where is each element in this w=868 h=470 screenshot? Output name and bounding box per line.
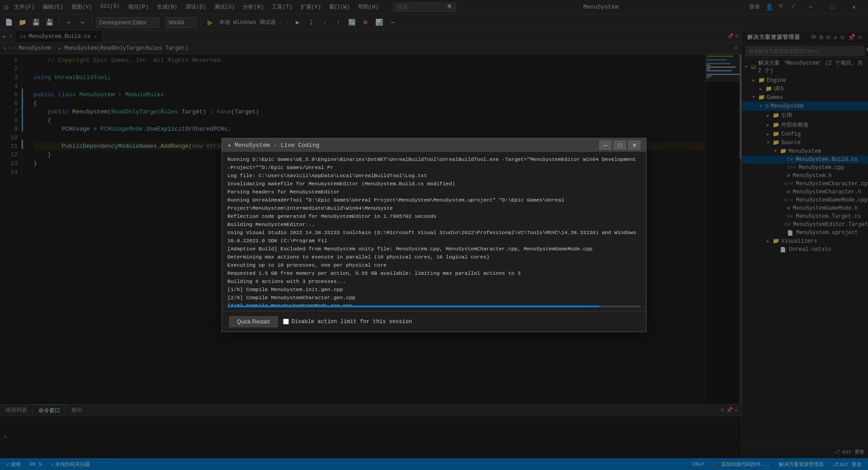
modal-progress-track — [227, 306, 641, 307]
modal-window-controls: ─ □ ✕ — [599, 140, 641, 150]
disable-action-limit-label: Disable action limit for this session — [292, 319, 412, 325]
unreal-logo: ⬥ — [227, 141, 231, 149]
log-line-13: [1/6] Compile MenuSystem.init.gen.cpp — [227, 286, 641, 294]
modal-close-button[interactable]: ✕ — [628, 140, 641, 150]
log-line-14: [2/6] Compile MenuSystemCharacter.gen.cp… — [227, 294, 641, 302]
modal-log-content: Running D:\Epic Games\UE_5.0\Engine\Bina… — [222, 152, 646, 306]
log-line-2: Invalidating makefile for MenuSystemEdit… — [227, 180, 641, 188]
modal-footer: Quick Restart Disable action limit for t… — [222, 311, 646, 332]
modal-title-area: ⬥ MenuSystem - Live Coding — [227, 141, 319, 149]
modal-progress-area — [222, 306, 646, 311]
modal-maximize-button[interactable]: □ — [613, 140, 626, 150]
modal-minimize-button[interactable]: ─ — [599, 140, 612, 150]
log-line-1: Log file: C:\Users\Xavicii\AppData\Local… — [227, 172, 641, 180]
log-line-6: Building MenuSystemEditor... — [227, 221, 641, 229]
modal-title-text: MenuSystem - Live Coding — [235, 142, 319, 149]
modal-titlebar: ⬥ MenuSystem - Live Coding ─ □ ✕ — [222, 138, 646, 152]
log-line-7: Using Visual Studio 2022 14.38.33133 too… — [227, 229, 641, 245]
disable-action-limit-checkbox[interactable] — [283, 319, 289, 324]
log-line-12: Building 6 actions with 3 processes... — [227, 277, 641, 286]
log-line-4: Running UnrealHeaderTool "D:\Epic Games\… — [227, 196, 641, 212]
log-line-15: [3/6] Compile MenuSystemGameMode.gen.cpp — [227, 302, 641, 306]
disable-action-limit-checkbox-area: Disable action limit for this session — [283, 319, 412, 325]
log-line-5: Reflection code generated for MenuSystem… — [227, 212, 641, 221]
log-line-8: [Adaptive Build] Excluded from MenuSyste… — [227, 245, 641, 253]
log-line-10: Executing up to 10 processes, one per ph… — [227, 261, 641, 269]
modal-overlay: ⬥ MenuSystem - Live Coding ─ □ ✕ Running… — [0, 0, 868, 470]
log-line-11: Requested 1.5 GB free memory per action,… — [227, 269, 641, 277]
modal-progress-fill — [227, 306, 599, 307]
quick-restart-button[interactable]: Quick Restart — [229, 316, 278, 327]
log-line-3: Parsing headers for MenuSystemEditor — [227, 188, 641, 196]
live-coding-modal: ⬥ MenuSystem - Live Coding ─ □ ✕ Running… — [222, 138, 646, 332]
log-line-9: Determining max actions to execute in pa… — [227, 253, 641, 261]
log-line-0: Running D:\Epic Games\UE_5.0\Engine\Bina… — [227, 155, 641, 172]
